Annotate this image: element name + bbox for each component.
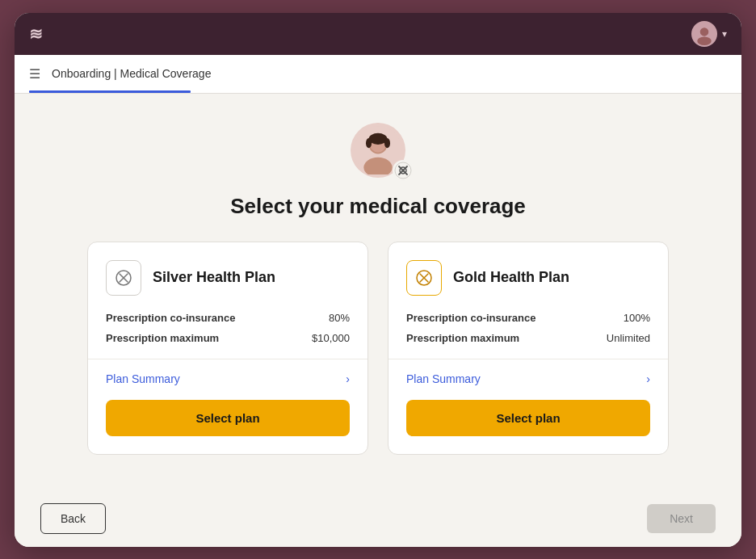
user-avatar-small[interactable] [691, 21, 717, 47]
gold-select-plan-button[interactable]: Select plan [406, 400, 650, 436]
silver-plan-details: Prescription co-insurance 80% Prescripti… [106, 312, 350, 344]
gold-plan-icon [406, 260, 442, 296]
silver-select-plan-button[interactable]: Select plan [106, 400, 350, 436]
title-bar: ≋ ▾ [15, 13, 741, 55]
svg-point-0 [700, 27, 709, 36]
device-frame: ≋ ▾ ☰ Onboarding | Medical Coverage [15, 13, 741, 547]
svg-point-7 [366, 138, 372, 148]
silver-detail-value-0: 80% [329, 312, 350, 324]
silver-plan-icon [106, 260, 141, 296]
svg-point-8 [384, 138, 390, 148]
silver-plan-card: Silver Health Plan Prescription co-insur… [87, 242, 368, 455]
hamburger-icon[interactable]: ☰ [29, 66, 40, 82]
user-menu-chevron[interactable]: ▾ [722, 28, 727, 40]
app-logo: ≋ [29, 24, 44, 44]
gold-divider [388, 359, 668, 359]
gold-plan-summary-label: Plan Summary [406, 372, 481, 385]
plans-container: Silver Health Plan Prescription co-insur… [87, 242, 669, 455]
footer-bar: Back Next [15, 490, 741, 547]
nav-title: Onboarding | Medical Coverage [52, 67, 211, 80]
silver-divider [88, 359, 368, 359]
nav-underline [29, 90, 191, 93]
back-button[interactable]: Back [40, 503, 106, 534]
gold-plan-name: Gold Health Plan [453, 269, 569, 287]
gold-detail-value-1: Unlimited [607, 332, 650, 344]
gold-plan-details: Prescription co-insurance 100% Prescript… [406, 312, 650, 344]
silver-summary-chevron: › [346, 372, 350, 385]
gold-detail-label-0: Prescription co-insurance [406, 312, 536, 324]
svg-point-1 [697, 36, 712, 45]
main-content: Select your medical coverage Silver Heal… [15, 94, 741, 490]
gold-detail-row-0: Prescription co-insurance 100% [406, 312, 650, 324]
gold-detail-row-1: Prescription maximum Unlimited [406, 332, 650, 344]
gold-detail-label-1: Prescription maximum [406, 332, 519, 344]
next-button[interactable]: Next [647, 504, 716, 533]
title-bar-right: ▾ [691, 21, 727, 47]
medical-icon-badge [393, 160, 414, 181]
page-title: Select your medical coverage [230, 194, 526, 219]
gold-plan-card: Gold Health Plan Prescription co-insuran… [388, 242, 669, 455]
silver-detail-label-0: Prescription co-insurance [106, 312, 235, 324]
silver-detail-row-0: Prescription co-insurance 80% [106, 312, 350, 324]
gold-plan-summary-link[interactable]: Plan Summary › [406, 372, 650, 385]
silver-detail-row-1: Prescription maximum $10,000 [106, 332, 350, 344]
gold-plan-header: Gold Health Plan [406, 260, 650, 296]
silver-detail-value-1: $10,000 [312, 332, 350, 344]
silver-plan-summary-link[interactable]: Plan Summary › [106, 372, 350, 385]
gold-detail-value-0: 100% [624, 312, 650, 324]
silver-plan-name: Silver Health Plan [153, 269, 275, 287]
avatar-section [351, 123, 405, 178]
nav-bar: ☰ Onboarding | Medical Coverage [15, 55, 741, 94]
silver-plan-summary-label: Plan Summary [106, 372, 180, 385]
gold-summary-chevron: › [646, 372, 650, 385]
silver-plan-header: Silver Health Plan [106, 260, 350, 296]
silver-detail-label-1: Prescription maximum [106, 332, 219, 344]
